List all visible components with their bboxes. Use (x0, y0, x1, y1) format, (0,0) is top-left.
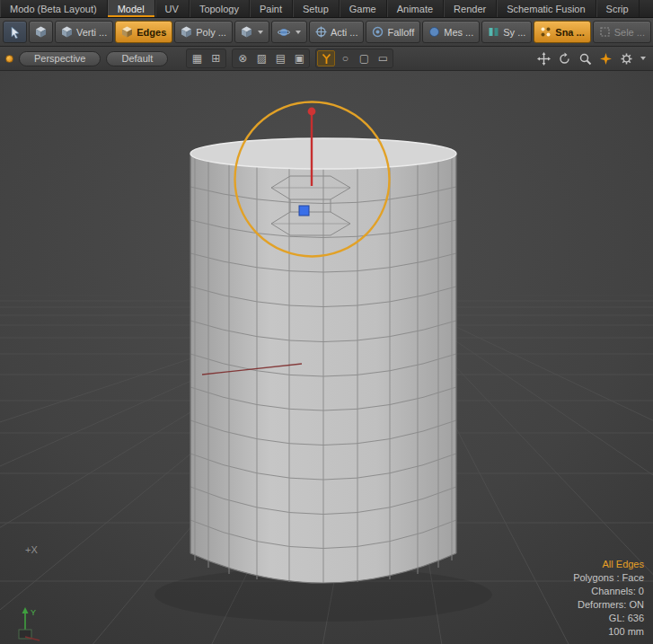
edges-label: Edges (137, 27, 166, 38)
dropdown-caret-icon (296, 31, 301, 34)
selection-sets-label: Sele ... (614, 27, 645, 38)
tab-modo-beta-layout[interactable]: Modo (Beta Layout) (0, 0, 108, 17)
cylinder-top-cap (190, 138, 456, 169)
main-toolbar: Verti ... Edges Poly ... Acti ... Fallof… (0, 18, 653, 47)
symmetry-label: Sy ... (503, 27, 525, 38)
vertices-mode-button[interactable]: Verti ... (55, 21, 113, 43)
items-mode-button[interactable] (29, 21, 53, 43)
scene-svg (0, 71, 653, 644)
camera-mode-dropdown[interactable]: Perspective (19, 51, 101, 66)
cube-icon (61, 26, 73, 38)
tab-uv[interactable]: UV (155, 0, 190, 17)
crosshair-icon (315, 26, 327, 38)
draw-style-group: ⊗ ▨ ▤ ▣ (232, 49, 310, 68)
shading-mode-dropdown[interactable]: Default (106, 51, 168, 66)
pan-view-icon[interactable] (535, 50, 552, 66)
tab-animate[interactable]: Animate (387, 0, 444, 17)
symmetry-icon (488, 26, 499, 38)
action-center-label: Acti ... (331, 27, 358, 38)
modo-app-window: Modo (Beta Layout) Model UV Topology Pai… (0, 0, 653, 644)
tab-render[interactable]: Render (444, 0, 497, 17)
gizmo-y-label: Y (31, 608, 36, 617)
shaded-mode-icon[interactable]: ▤ (271, 50, 289, 66)
viewport-menu-dot-icon[interactable] (5, 55, 13, 63)
tab-model[interactable]: Model (108, 0, 155, 17)
selection-set-icon (599, 26, 611, 38)
auto-select-button[interactable] (3, 21, 27, 43)
sphere-ring-icon (278, 26, 290, 39)
hud-line-deformers: Deformers: ON (573, 598, 644, 612)
advanced-shading-icon[interactable] (317, 50, 335, 66)
hud-line-scale: 100 mm (573, 625, 644, 639)
hud-line-gl: GL: 636 (573, 612, 644, 625)
shading-mode-label: Default (121, 53, 153, 64)
viewport-flare-icon[interactable] (597, 50, 613, 66)
polygons-label: Poly ... (196, 27, 226, 38)
falloff-icon (372, 26, 384, 38)
view-layout-group: ▦ ⊞ (186, 49, 226, 68)
shading-options-group: ○ ▢ ▭ (315, 49, 393, 68)
selected-edge-marker[interactable] (299, 206, 309, 216)
tab-game[interactable]: Game (340, 0, 387, 17)
axis-handle-tip[interactable] (308, 108, 316, 116)
tab-paint[interactable]: Paint (250, 0, 293, 17)
action-center-button[interactable]: Acti ... (309, 21, 365, 43)
snapping-button[interactable]: Sna ... (534, 21, 590, 43)
dropdown-caret-icon (258, 31, 263, 34)
capsule-icon[interactable]: ▢ (355, 50, 373, 66)
wrench-y-icon (321, 53, 332, 65)
falloff-button[interactable]: Falloff (366, 21, 420, 43)
zoom-view-icon[interactable] (577, 50, 593, 66)
mesh-sphere-icon (428, 26, 440, 38)
mesh-constraint-label: Mes ... (444, 27, 473, 38)
viewport-nav-icons (535, 50, 648, 66)
axis-gizmo: Y (11, 601, 50, 642)
tab-schematic-fusion[interactable]: Schematic Fusion (497, 0, 596, 17)
polygons-mode-button[interactable]: Poly ... (174, 21, 233, 43)
axis-x-label: +X (25, 544, 38, 555)
hud-line-channels: Channels: 0 (573, 585, 644, 598)
grid-toggle-icon[interactable]: ▦ (188, 50, 206, 66)
cube-icon (121, 26, 133, 38)
camera-mode-label: Perspective (34, 53, 85, 64)
tab-topology[interactable]: Topology (190, 0, 250, 17)
symmetry-button[interactable]: Sy ... (481, 21, 532, 43)
materials-mode-button[interactable] (234, 21, 269, 43)
falloff-label: Falloff (387, 27, 414, 38)
cursor-icon (9, 26, 21, 39)
cube-icon (35, 26, 47, 38)
environment-icon[interactable]: ○ (336, 50, 354, 66)
wireframe-overlay-icon[interactable]: ▨ (252, 50, 270, 66)
rotate-view-icon[interactable] (556, 50, 572, 66)
viewport-options-caret-icon[interactable] (640, 57, 646, 60)
viewport-3d[interactable]: All Edges Polygons : Face Channels: 0 De… (0, 71, 653, 644)
quad-view-icon[interactable]: ⊞ (207, 50, 225, 66)
vertices-label: Verti ... (76, 27, 107, 38)
action-center-preset-button[interactable] (271, 21, 307, 43)
hud-line-polygons: Polygons : Face (573, 571, 644, 585)
layers-icon[interactable]: ▣ (290, 50, 308, 66)
tab-script[interactable]: Scrip (596, 0, 640, 17)
viewport-hud: All Edges Polygons : Face Channels: 0 De… (573, 558, 644, 639)
menubar: Modo (Beta Layout) Model UV Topology Pai… (0, 0, 653, 18)
snapping-icon (540, 26, 552, 38)
viewport-toolbar: Perspective Default ▦ ⊞ ⊗ ▨ ▤ ▣ ○ ▢ ▭ (0, 47, 653, 71)
cube-icon (241, 26, 252, 38)
hud-selection-mode: All Edges (573, 558, 644, 571)
mesh-constraint-button[interactable]: Mes ... (422, 21, 480, 43)
tab-setup[interactable]: Setup (293, 0, 340, 17)
selection-sets-button[interactable]: Sele ... (593, 21, 651, 43)
gizmo-y-arrow (22, 607, 29, 613)
cube-icon (181, 26, 192, 38)
snapping-label: Sna ... (555, 27, 584, 38)
viewport-settings-gear-icon[interactable] (618, 50, 634, 66)
ruler-icon[interactable]: ▭ (374, 50, 392, 66)
cylinder-mesh[interactable] (154, 138, 492, 622)
edges-mode-button[interactable]: Edges (115, 21, 172, 43)
disable-drawing-icon[interactable]: ⊗ (234, 50, 251, 66)
